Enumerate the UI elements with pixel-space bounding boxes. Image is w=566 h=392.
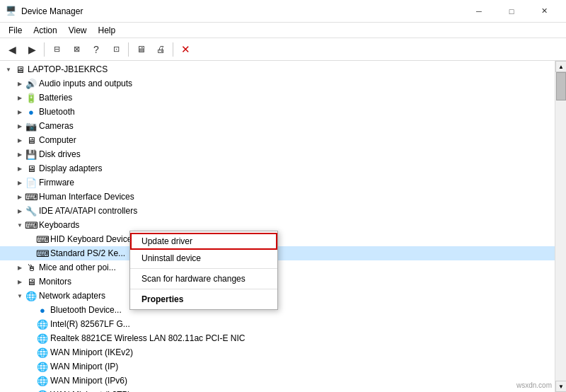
intel82567-toggle [25, 318, 37, 330]
context-menu-properties[interactable]: Properties [130, 291, 277, 308]
menu-view[interactable]: View [63, 24, 93, 37]
cameras-toggle[interactable]: ▶ [14, 120, 25, 132]
displayadapters-toggle[interactable]: ▶ [14, 163, 25, 174]
bluetooth-label: Bluetooth [39, 107, 75, 117]
tree-item-audio[interactable]: ▶ 🔊 Audio inputs and outputs [0, 76, 555, 91]
tree-item-wanl2tp[interactable]: 🌐 WAN Miniport (L2TP) [0, 388, 555, 392]
scroll-track[interactable] [555, 72, 566, 381]
uninstall-device-label: Uninstall device [142, 253, 201, 263]
tree-root[interactable]: ▼ 🖥 LAPTOP-JB1EKRCS [0, 62, 555, 76]
title-bar: 🖥️ Device Manager ─ □ ✕ [0, 0, 566, 23]
wanipkev2-label: WAN Miniport (IKEv2) [50, 347, 133, 357]
toolbar-back[interactable]: ◀ [3, 40, 21, 59]
hid-label: Human Interface Devices [39, 192, 134, 202]
intel82567-label: Intel(R) 82567LF G... [50, 319, 130, 329]
wanipkev2-toggle [25, 347, 37, 358]
wanip-label: WAN Miniport (IP) [50, 362, 118, 371]
menu-bar: File Action View Help [0, 23, 566, 38]
title-bar-controls: ─ □ ✕ [463, 0, 560, 23]
computer-toggle[interactable]: ▶ [14, 134, 25, 146]
audio-label: Audio inputs and outputs [39, 79, 132, 88]
firmware-toggle[interactable]: ▶ [14, 177, 25, 188]
watermark: wsxdn.com [516, 381, 552, 389]
toolbar-forward[interactable]: ▶ [23, 40, 41, 59]
maximize-button[interactable]: □ [495, 0, 528, 23]
tree-item-wanip[interactable]: 🌐 WAN Miniport (IP) [0, 359, 555, 374]
computer-label: Computer [39, 135, 76, 145]
batteries-icon: 🔋 [25, 92, 37, 103]
displayadapters-icon: 🖥 [25, 163, 37, 174]
networkadapters-toggle[interactable]: ▼ [14, 290, 25, 301]
tree-item-diskdrives[interactable]: ▶ 💾 Disk drives [0, 147, 555, 161]
mice-label: Mice and other poi... [39, 263, 116, 272]
tree-item-intel82567[interactable]: 🌐 Intel(R) 82567LF G... [0, 317, 555, 331]
computer-icon: 🖥 [25, 134, 37, 146]
audio-icon: 🔊 [25, 78, 37, 89]
menu-file[interactable]: File [3, 24, 28, 37]
context-menu-update-driver[interactable]: Update driver [130, 233, 277, 250]
toolbar: ◀ ▶ ⊟ ⊠ ? ⊡ 🖥 🖨 ✕ [0, 38, 566, 61]
diskdrives-toggle[interactable]: ▶ [14, 149, 25, 160]
tree-item-ide[interactable]: ▶ 🔧 IDE ATA/ATAPI controllers [0, 204, 555, 218]
networkadapters-icon: 🌐 [25, 290, 37, 301]
context-menu-sep1 [130, 268, 277, 269]
hidkeyboard-icon: ⌨ [37, 234, 48, 245]
toolbar-btn3[interactable]: ⊡ [107, 40, 125, 59]
monitors-icon: 🖥 [25, 276, 37, 287]
tree-item-wanipv6[interactable]: 🌐 WAN Miniport (IPv6) [0, 374, 555, 388]
tree-item-displayadapters[interactable]: ▶ 🖥 Display adapters [0, 161, 555, 175]
context-menu: Update driver Uninstall device Scan for … [129, 231, 278, 310]
firmware-label: Firmware [39, 178, 74, 188]
toolbar-btn2[interactable]: ⊠ [67, 40, 86, 59]
toolbar-delete[interactable]: ✕ [176, 40, 195, 59]
diskdrives-icon: 💾 [25, 149, 37, 160]
tree-item-computer[interactable]: ▶ 🖥 Computer [0, 133, 555, 147]
wanl2tp-icon: 🌐 [37, 389, 48, 392]
toolbar-sep1 [44, 42, 45, 57]
tree-item-bluetooth[interactable]: ▶ ● Bluetooth [0, 105, 555, 119]
tree-item-batteries[interactable]: ▶ 🔋 Batteries [0, 91, 555, 105]
tree-item-cameras[interactable]: ▶ 📷 Cameras [0, 119, 555, 133]
root-toggle[interactable]: ▼ [3, 64, 14, 75]
batteries-label: Batteries [39, 93, 72, 103]
wanipv6-toggle [25, 375, 37, 386]
mice-toggle[interactable]: ▶ [14, 262, 25, 273]
tree-item-keyboards[interactable]: ▼ ⌨ Keyboards [0, 218, 555, 232]
context-menu-uninstall-device[interactable]: Uninstall device [130, 250, 277, 267]
tree-item-wanipkev2[interactable]: 🌐 WAN Miniport (IKEv2) [0, 345, 555, 359]
context-menu-scan-hardware[interactable]: Scan for hardware changes [130, 270, 277, 287]
scroll-down[interactable]: ▼ [555, 381, 566, 392]
menu-help[interactable]: Help [93, 24, 122, 37]
bluetooth-toggle[interactable]: ▶ [14, 106, 25, 117]
ide-label: IDE ATA/ATAPI controllers [39, 206, 137, 216]
wanip-toggle [25, 361, 37, 372]
toolbar-print[interactable]: 🖨 [151, 40, 170, 59]
scroll-up[interactable]: ▲ [555, 61, 566, 72]
intel82567-icon: 🌐 [37, 318, 48, 330]
monitors-toggle[interactable]: ▶ [14, 276, 25, 287]
tree-item-hid[interactable]: ▶ ⌨ Human Interface Devices [0, 190, 555, 204]
btdevice-label: Bluetooth Device... [50, 305, 122, 315]
context-menu-sep2 [130, 289, 277, 289]
wanl2tp-toggle [25, 389, 37, 392]
batteries-toggle[interactable]: ▶ [14, 92, 25, 103]
tree-view[interactable]: ▼ 🖥 LAPTOP-JB1EKRCS ▶ 🔊 Audio inputs and… [0, 61, 555, 392]
tree-item-firmware[interactable]: ▶ 📄 Firmware [0, 175, 555, 190]
toolbar-display[interactable]: 🖥 [132, 40, 150, 59]
toolbar-btn1[interactable]: ⊟ [47, 40, 66, 59]
minimize-button[interactable]: ─ [463, 0, 495, 23]
wanipv6-label: WAN Miniport (IPv6) [50, 376, 127, 386]
toolbar-help[interactable]: ? [87, 40, 105, 59]
menu-action[interactable]: Action [28, 24, 62, 37]
tree-item-realtek[interactable]: 🌐 Realtek 8821CE Wireless LAN 802.11ac P… [0, 331, 555, 345]
scrollbar[interactable]: ▲ ▼ [555, 61, 566, 392]
realtek-toggle [25, 333, 37, 344]
bluetooth-icon: ● [25, 106, 37, 117]
ide-icon: 🔧 [25, 205, 37, 217]
close-button[interactable]: ✕ [528, 0, 560, 23]
ide-toggle[interactable]: ▶ [14, 205, 25, 217]
networkadapters-label: Network adapters [39, 291, 105, 301]
scroll-thumb[interactable] [556, 72, 566, 100]
wanip-icon: 🌐 [37, 361, 48, 372]
audio-toggle[interactable]: ▶ [14, 78, 25, 89]
